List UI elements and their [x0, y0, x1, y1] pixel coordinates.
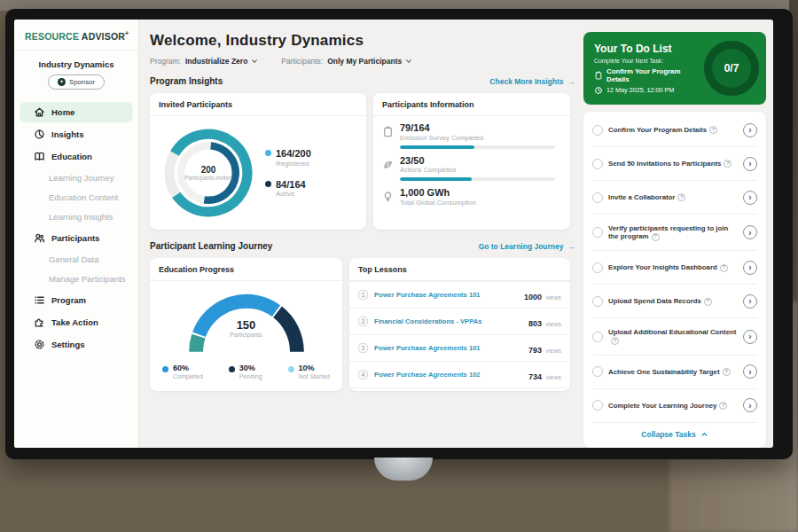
task-info-icon[interactable]: ? — [677, 193, 685, 201]
task-info-icon[interactable]: ? — [709, 126, 717, 134]
task-row-explore-insights: Explore Your Insights Dashboard? › — [592, 251, 757, 285]
task-checkbox[interactable] — [592, 296, 603, 307]
sidebar-item-education[interactable]: Education — [20, 146, 133, 167]
task-info-icon[interactable]: ? — [704, 298, 712, 306]
collapse-tasks-link[interactable]: Collapse Tasks — [592, 423, 757, 442]
task-label: Invite a Collaborator — [608, 193, 675, 201]
lesson-row: 1 Power Purchase Agreements 101 1000 vie… — [349, 281, 570, 308]
stat-label: Emission Survey Completed — [400, 134, 555, 142]
legend-dot-not-started — [288, 366, 294, 372]
education-progress-card: Education Progress 150 Participants — [150, 258, 342, 391]
go-to-learning-journey-link[interactable]: Go to Learning Journey → — [479, 242, 575, 251]
survey-icon — [382, 126, 394, 137]
sidebar-item-label: Learning Insights — [49, 212, 113, 222]
collapse-label: Collapse Tasks — [641, 430, 695, 439]
task-label: Upload Spend Data Records — [608, 297, 701, 305]
lesson-title-link[interactable]: Power Purchase Agreements 101 — [374, 291, 518, 299]
task-row-upload-spend-data: Upload Spend Data Records? › — [592, 285, 757, 318]
participants-icon — [34, 232, 45, 244]
clipboard-icon — [594, 71, 603, 80]
task-open-button[interactable]: › — [743, 123, 757, 137]
list-icon — [34, 294, 45, 306]
participants-dropdown[interactable]: Only My Participants — [327, 57, 412, 66]
program-dropdown[interactable]: Industrialize Zero — [185, 57, 258, 66]
task-info-icon[interactable]: ? — [719, 402, 727, 410]
gauge-center-label: Participants — [180, 332, 313, 338]
task-checkbox[interactable] — [592, 125, 603, 136]
task-checkbox[interactable] — [592, 366, 603, 377]
task-open-button[interactable]: › — [743, 364, 757, 379]
todo-next-task: Confirm Your Program Details — [606, 67, 700, 83]
stat-value: 1,000 GWh — [400, 187, 476, 199]
arrow-right-icon: → — [567, 242, 575, 251]
logo-part-resource: RESOURCE — [25, 31, 79, 42]
stat-actions-completed: 23/50 Actions Completed — [373, 149, 570, 182]
sidebar-item-label: Insights — [51, 129, 83, 139]
task-open-button[interactable]: › — [743, 225, 757, 239]
stat-consumption: 1,000 GWh Total Global Consumption — [373, 181, 570, 210]
lesson-title-link[interactable]: Power Purchase Agreements 101 — [374, 344, 522, 352]
lightbulb-icon — [382, 191, 394, 202]
monitor-bezel: RESOURCE ADVISOR+ Industry Dynamics ✦ Sp… — [5, 9, 793, 459]
sidebar-item-learning-insights[interactable]: Learning Insights — [20, 207, 133, 226]
lesson-views-count: 1000 — [524, 293, 542, 301]
todo-title: Your To Do List — [594, 43, 700, 55]
logo-part-advisor: ADVISOR — [82, 31, 125, 42]
sidebar-item-label: General Data — [49, 254, 99, 264]
program-filter: Program: Industrialize Zero — [150, 57, 258, 66]
task-label: Complete Your Learning Journey — [608, 402, 716, 410]
legend-pending: 30% Pending — [229, 364, 262, 379]
lesson-rank: 2 — [358, 317, 368, 326]
sidebar-item-home[interactable]: Home — [20, 102, 133, 122]
clock-icon — [594, 86, 603, 95]
sidebar-item-settings[interactable]: Settings — [20, 334, 133, 355]
todo-subtitle: Complete Your Next Task: — [594, 58, 700, 64]
task-info-icon[interactable]: ? — [720, 264, 728, 272]
task-info-icon[interactable]: ? — [724, 160, 732, 168]
task-row-send-invitations: Send 50 Invitations to Participants? › — [592, 147, 757, 181]
donut-center-label: Participants Invited — [184, 175, 231, 182]
check-more-insights-link[interactable]: Check More Insights → — [489, 77, 575, 86]
lesson-title-link[interactable]: Financial Considerations - VPPAs — [374, 317, 522, 325]
task-info-icon[interactable]: ? — [723, 368, 731, 376]
lesson-title-link[interactable]: Power Purchase Agreements 102 — [374, 371, 522, 379]
lesson-views-suffix: views — [545, 348, 561, 354]
leaf-icon — [382, 159, 394, 170]
task-info-icon[interactable]: ? — [652, 233, 660, 241]
sidebar-item-label: Education — [51, 152, 92, 161]
puzzle-icon — [34, 317, 45, 328]
sidebar-item-manage-participants[interactable]: Manage Participants — [20, 270, 133, 288]
task-open-button[interactable]: › — [743, 398, 757, 412]
task-checkbox[interactable] — [592, 159, 603, 169]
task-checkbox[interactable] — [592, 332, 603, 342]
todo-progress-count: 0/7 — [724, 62, 739, 74]
task-checkbox[interactable] — [592, 262, 603, 273]
task-open-button[interactable]: › — [743, 157, 757, 171]
sidebar-item-insights[interactable]: Insights — [20, 124, 133, 145]
task-checkbox[interactable] — [592, 192, 603, 203]
sidebar: RESOURCE ADVISOR+ Industry Dynamics ✦ Sp… — [14, 20, 139, 448]
sidebar-item-take-action[interactable]: Take Action — [20, 312, 133, 332]
completed-label: Completed — [173, 373, 203, 379]
legend-dot-pending — [229, 366, 235, 372]
monitor-stand — [374, 458, 433, 481]
task-open-button[interactable]: › — [743, 191, 757, 205]
stat-value: 23/50 — [400, 155, 555, 167]
lesson-row: 2 Financial Considerations - VPPAs 803 v… — [349, 308, 570, 334]
sidebar-item-learning-journey[interactable]: Learning Journey — [20, 168, 133, 187]
sidebar-item-general-data[interactable]: General Data — [20, 250, 133, 269]
sidebar-item-label: Home — [51, 107, 74, 117]
lesson-views-count: 734 — [528, 372, 542, 381]
task-checkbox[interactable] — [592, 400, 603, 411]
sidebar-item-program[interactable]: Program — [20, 290, 133, 310]
task-info-icon[interactable]: ? — [611, 337, 619, 345]
task-open-button[interactable]: › — [743, 294, 757, 309]
task-open-button[interactable]: › — [743, 330, 757, 344]
sponsor-badge[interactable]: ✦ Sponsor — [48, 74, 105, 90]
task-open-button[interactable]: › — [743, 261, 757, 275]
task-checkbox[interactable] — [592, 227, 603, 238]
sidebar-item-participants[interactable]: Participants — [20, 228, 133, 248]
todo-progress-ring: 0/7 — [704, 41, 759, 96]
sidebar-item-education-content[interactable]: Education Content — [20, 188, 133, 207]
lesson-rank: 3 — [358, 343, 368, 353]
